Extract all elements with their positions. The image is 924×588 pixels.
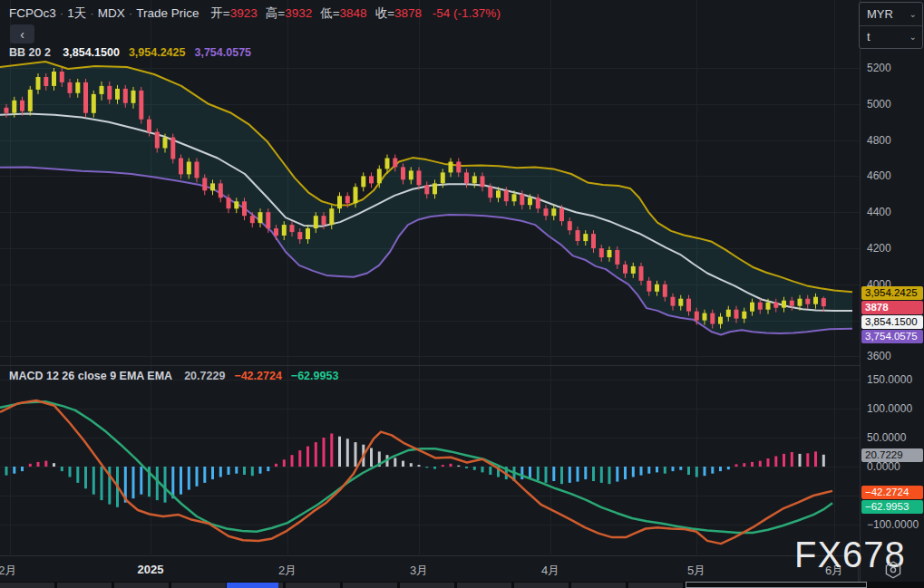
change-value: -54 (-1.37%) [433, 6, 501, 20]
ohlc-label: 开= [210, 6, 229, 20]
indicator-value: 3,954.2425 [129, 46, 186, 59]
time-axis-label: 5月 [687, 563, 705, 579]
time-axis-label: 4月 [541, 563, 559, 579]
macd-legend-label: MACD 12 26 close 9 EMA EMA [9, 370, 172, 382]
price-axis-label: 4600 [867, 169, 891, 182]
currency-value: MYR [867, 7, 893, 21]
ohlc-label: 高= [266, 6, 285, 20]
ohlc-label: 低= [320, 6, 339, 20]
price-axis-label: 5200 [867, 62, 891, 74]
minimap-active-segment[interactable] [227, 583, 278, 588]
time-axis-label: 12月 [0, 563, 16, 579]
unit-value: t [867, 30, 871, 43]
currency-dropdown[interactable]: MYR ⌄ [860, 3, 922, 26]
title-part: FCPOc3 [9, 6, 56, 20]
symbol-header[interactable]: FCPOc3·1天·MDX·Trade Price 开=3923高=3932低=… [9, 5, 501, 22]
trading-chart-app: FCPOc3·1天·MDX·Trade Price 开=3923高=3932低=… [0, 0, 924, 588]
price-tag: 3878 [861, 301, 923, 314]
chart-canvas[interactable] [0, 0, 860, 582]
price-tag: 20.7229 [861, 448, 923, 462]
macd-legend-values: 20.7229−42.2724−62.9953 [175, 370, 338, 382]
minimap-segment[interactable] [57, 583, 112, 588]
title-part: Trade Price [136, 6, 199, 20]
title-separator: · [56, 6, 68, 20]
title-separator: · [86, 6, 98, 20]
indicator-value: 3,854.1500 [63, 46, 120, 59]
minimap-outlined-segment[interactable] [686, 582, 867, 588]
price-axis-label: 4200 [867, 242, 891, 255]
time-axis-label: 2月 [278, 563, 297, 579]
ohlc-value: 3848 [340, 6, 367, 20]
price-axis-label: 4400 [867, 206, 891, 218]
macd-axis-label: 100.0000 [867, 402, 912, 415]
price-tag: −62.9953 [861, 500, 923, 514]
price-tag: 3,754.0575 [861, 330, 923, 343]
ohlc-values: 开=3923高=3932低=3848收=3878 [202, 6, 422, 20]
time-axis-label: 2025 [138, 563, 164, 576]
chevron-down-icon: ⌄ [909, 3, 917, 25]
indicator-value: 3,754.0575 [194, 46, 251, 59]
minimap-segment[interactable] [457, 583, 511, 588]
price-axis[interactable]: 520050004800460044004200400038003600150.… [860, 0, 924, 582]
price-axis-label: 4800 [867, 134, 891, 147]
minimap-segment[interactable] [114, 583, 169, 588]
minimap-segment[interactable] [514, 583, 569, 588]
minimap-strip[interactable] [0, 582, 924, 588]
bb-indicator-legend[interactable]: BB 20 2 3,854.15003,954.24253,754.0575 [9, 46, 251, 59]
time-axis-label: 3月 [410, 563, 428, 579]
ohlc-value: 3932 [285, 6, 312, 20]
macd-indicator-legend[interactable]: MACD 12 26 close 9 EMA EMA 20.7229−42.27… [9, 370, 338, 382]
title-part: 1天 [67, 6, 86, 20]
settings-gear-icon[interactable] [882, 559, 904, 581]
ohlc-label: 收= [375, 6, 394, 20]
back-button[interactable]: ‹ [10, 24, 34, 43]
chevron-down-icon: ⌄ [909, 26, 917, 48]
title-part: MDX [98, 6, 125, 20]
minimap-segment[interactable] [286, 583, 340, 588]
time-axis[interactable]: 12月20252月3月4月5月6月 [0, 555, 924, 583]
unit-dropdown[interactable]: t ⌄ [860, 26, 922, 48]
macd-axis-label: 50.0000 [867, 431, 906, 444]
indicator-value: −62.9953 [291, 370, 338, 382]
ohlc-value: 3923 [230, 6, 258, 20]
minimap-segment[interactable] [343, 583, 397, 588]
minimap-segment[interactable] [171, 583, 226, 588]
indicator-value: 20.7229 [184, 370, 225, 382]
title-separator: · [125, 6, 137, 20]
indicator-value: −42.2724 [234, 370, 281, 382]
minimap-segment[interactable] [628, 583, 683, 588]
price-tag: 3,954.2425 [861, 286, 923, 300]
price-tag: −42.2724 [861, 486, 923, 499]
ohlc-value: 3878 [394, 6, 422, 20]
minimap-segment[interactable] [571, 583, 626, 588]
currency-unit-selector: MYR ⌄ t ⌄ [859, 2, 923, 49]
minimap-segment[interactable] [400, 583, 454, 588]
macd-axis-label: −100.0000 [867, 518, 919, 531]
price-tag: 3,854.1500 [861, 315, 923, 329]
macd-axis-label: 0.0000 [867, 460, 900, 473]
symbol-title: FCPOc3·1天·MDX·Trade Price [9, 6, 199, 20]
minimap-segment[interactable] [0, 583, 54, 588]
price-axis-label: 5000 [867, 98, 891, 111]
bb-legend-values: 3,854.15003,954.24253,754.0575 [53, 46, 251, 59]
macd-axis-label: 150.0000 [867, 373, 912, 386]
price-axis-label: 3600 [867, 350, 891, 362]
bb-legend-label: BB 20 2 [9, 46, 51, 59]
